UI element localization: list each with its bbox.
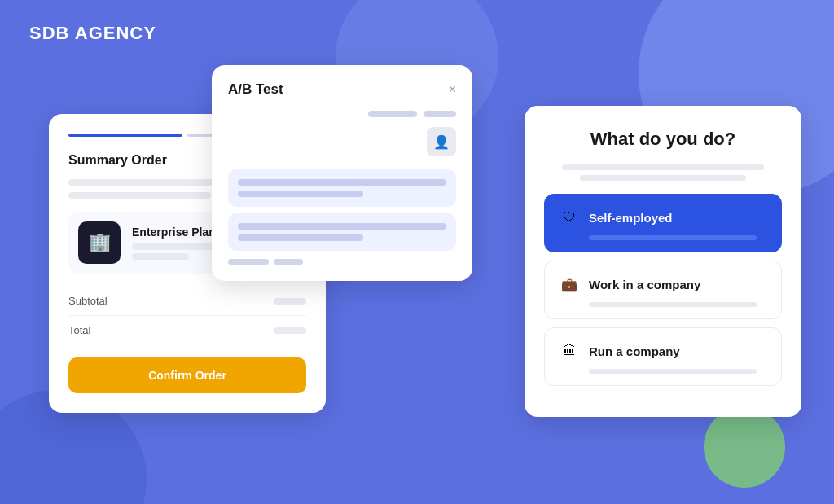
what-title: What do you do?	[544, 129, 782, 150]
ab-title: A/B Test	[228, 81, 283, 98]
what-desc-line-2	[580, 175, 746, 181]
ab-avatar: 👤	[427, 127, 456, 156]
ab-small-pill-2	[274, 259, 303, 265]
total-row: Total	[68, 316, 306, 344]
what-card: What do you do? 🛡 Self-employed 💼 Work i…	[525, 106, 801, 417]
building-icon: 🏛	[558, 340, 581, 362]
ab-block-line-2	[238, 191, 363, 197]
ab-block-2	[228, 213, 456, 251]
summary-line-2	[68, 192, 211, 199]
total-value	[274, 327, 306, 334]
ab-block-line-4	[238, 234, 363, 241]
ab-pill-2	[424, 111, 456, 117]
option-self-employed[interactable]: 🛡 Self-employed	[544, 194, 782, 252]
option-header-2: 💼 Work in a company	[558, 273, 768, 296]
option-label-2: Work in a company	[589, 278, 700, 291]
brand-logo: SDB AGENCY	[29, 23, 156, 44]
ab-avatar-row: 👤	[228, 127, 456, 156]
option-header-3: 🏛 Run a company	[558, 340, 768, 362]
option-label-1: Self-employed	[589, 211, 673, 225]
subtotal-value	[274, 298, 306, 305]
ab-pills	[228, 111, 456, 117]
confirm-button[interactable]: Confirm Order	[68, 357, 306, 393]
subtotal-row: Subtotal	[68, 287, 306, 316]
option-header-1: 🛡 Self-employed	[558, 206, 768, 229]
shield-icon: 🛡	[558, 206, 581, 229]
product-info: Enterprise Plan	[132, 226, 216, 260]
option-label-3: Run a company	[589, 344, 680, 358]
total-label: Total	[68, 324, 90, 336]
ab-block-line-1	[238, 179, 446, 186]
ab-small-pill-1	[228, 259, 269, 265]
option-run-company[interactable]: 🏛 Run a company	[544, 327, 782, 386]
close-icon[interactable]: ×	[449, 82, 456, 97]
ab-header: A/B Test ×	[228, 81, 456, 98]
ab-block-1	[228, 169, 456, 207]
option-work-company[interactable]: 💼 Work in a company	[544, 261, 782, 319]
product-line-1	[132, 243, 213, 250]
option-sub-line-3	[589, 369, 757, 374]
option-sub-line-2	[589, 302, 757, 307]
subtotal-label: Subtotal	[68, 295, 108, 307]
product-name: Enterprise Plan	[132, 226, 216, 239]
progress-segment-1	[68, 134, 182, 137]
option-sub-line-1	[589, 235, 757, 240]
briefcase-icon: 💼	[558, 273, 581, 296]
ab-test-card: A/B Test × 👤	[212, 65, 472, 281]
what-desc-line-1	[562, 164, 764, 170]
ab-block-line-3	[238, 223, 446, 230]
ab-small-pills	[228, 259, 456, 265]
cards-area: Summary Order 🏢 Enterprise Plan Subtotal…	[49, 65, 801, 471]
ab-pill-1	[368, 111, 417, 117]
product-line-2	[132, 253, 189, 260]
product-icon: 🏢	[78, 221, 121, 264]
